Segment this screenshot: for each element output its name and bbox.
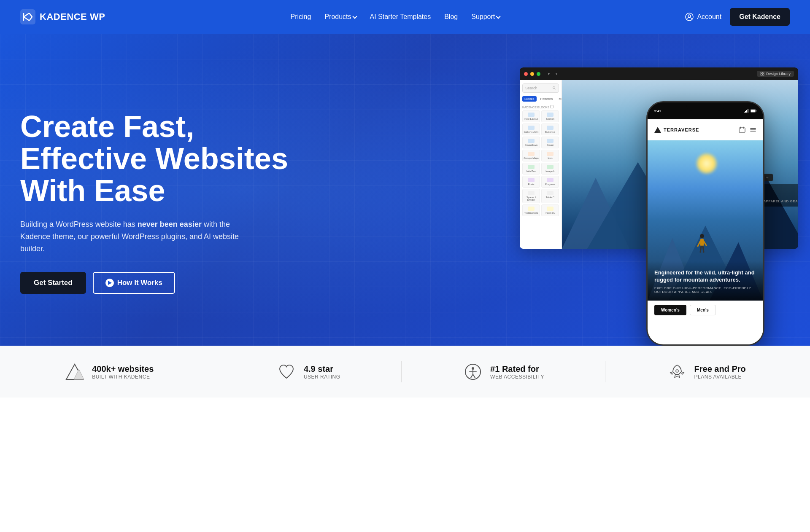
support-chevron-icon (496, 14, 501, 19)
svg-rect-4 (762, 72, 764, 74)
block-count[interactable]: Count (541, 137, 559, 148)
womens-button[interactable]: Women's (654, 305, 686, 315)
design-library-btn[interactable]: Design Library (757, 71, 794, 77)
phone-header-icons (739, 126, 756, 133)
svg-rect-6 (762, 74, 764, 76)
hero-title: Create Fast, Effective Websites With Eas… (20, 111, 299, 207)
search-icon (553, 86, 556, 90)
blocks-section-label: KADENCE BLOCKS (522, 105, 559, 109)
close-dot (524, 72, 528, 76)
svg-rect-5 (761, 74, 762, 76)
nav-products[interactable]: Products (324, 13, 356, 21)
block-icon[interactable]: Icon (541, 150, 559, 161)
logo[interactable]: KADENCE WP (20, 9, 105, 24)
stat-plans-text: Free and Pro PLANS AVAILABLE (694, 364, 746, 380)
svg-line-36 (703, 246, 704, 252)
patterns-tab[interactable]: Patterns (538, 96, 555, 102)
svg-line-35 (700, 246, 701, 252)
stat-rating-number: 4.9 star (304, 364, 340, 374)
signal-icon (744, 109, 749, 113)
svg-rect-3 (761, 72, 762, 74)
stat-websites-text: 400k+ websites BUILT WITH KADENCE (92, 364, 154, 380)
stat-accessibility-text: #1 Rated for WEB ACCESSIBILITY (490, 364, 544, 380)
blocks-grid: Row Layout Section Gallery (Adv) Bu (522, 110, 559, 216)
maximize-dot (537, 72, 540, 76)
hero-buttons: Get Started How It Works (20, 272, 299, 294)
svg-rect-16 (745, 111, 746, 113)
stat-rating: 4.9 star USER RATING (276, 361, 340, 382)
stat-plans-label: PLANS AVAILABLE (694, 374, 746, 380)
editor-search[interactable]: Search (522, 83, 559, 93)
hero-section: Create Fast, Effective Websites With Eas… (0, 34, 810, 346)
rocket-icon (669, 363, 686, 380)
svg-point-2 (688, 15, 691, 17)
block-info-box[interactable]: Info Box (522, 163, 540, 175)
block-row-layout[interactable]: Row Layout (522, 110, 540, 122)
nav-links: Pricing Products AI Starter Templates Bl… (290, 13, 500, 21)
block-progress[interactable]: Progress (541, 176, 559, 188)
block-testimonials[interactable]: Testimonials (522, 204, 540, 216)
phone-calendar-icon (739, 126, 745, 133)
nav-ai-templates[interactable]: AI Starter Templates (370, 13, 431, 21)
block-posts[interactable]: Posts (522, 176, 540, 188)
navbar: KADENCE WP Pricing Products AI Starter T… (0, 0, 810, 34)
svg-rect-9 (551, 105, 554, 108)
stat-websites-number: 400k+ websites (92, 364, 154, 374)
get-kadence-button[interactable]: Get Kadence (730, 8, 790, 26)
nav-blog[interactable]: Blog (444, 13, 458, 21)
nav-support[interactable]: Support (471, 13, 500, 21)
phone-menu-icon (750, 126, 756, 133)
stat-divider-1 (215, 361, 215, 382)
svg-point-40 (472, 367, 474, 370)
stat-plans: Free and Pro PLANS AVAILABLE (667, 361, 746, 382)
block-buttons[interactable]: Buttons ( (541, 124, 559, 135)
phone-hero-overlay: Engineered for the wild, ultra-light and… (648, 261, 763, 301)
minimize-dot (530, 72, 534, 76)
stat-accessibility-icon-wrap (462, 361, 483, 382)
products-chevron-icon (352, 14, 357, 19)
status-icons (744, 109, 756, 113)
block-image[interactable]: Image L (541, 163, 559, 175)
block-table[interactable]: Table C (541, 189, 559, 203)
svg-line-34 (704, 241, 706, 245)
media-tab[interactable]: Media (556, 96, 562, 102)
stat-websites-label: BUILT WITH KADENCE (92, 374, 154, 380)
stat-rating-text: 4.9 star USER RATING (304, 364, 340, 380)
blocks-tab[interactable]: Blocks (522, 96, 537, 102)
svg-rect-22 (739, 128, 745, 132)
account-link[interactable]: Account (685, 13, 721, 21)
block-countdown[interactable]: Countdown (522, 137, 540, 148)
how-it-works-button[interactable]: How It Works (93, 272, 175, 294)
play-icon (105, 279, 114, 287)
hero-devices: Design Library Search Blocks Patterns Me… (299, 59, 790, 346)
phone-mockup: 9:41 TERRAVERSE (646, 101, 764, 346)
block-spacer[interactable]: Spacer / Divider (522, 189, 540, 203)
block-gallery[interactable]: Gallery (Adv) (522, 124, 540, 135)
nav-pricing[interactable]: Pricing (290, 13, 311, 21)
block-section[interactable]: Section (541, 110, 559, 122)
nav-right: Account Get Kadence (685, 8, 790, 26)
phone-notch (686, 102, 724, 111)
accessibility-icon (464, 363, 481, 380)
block-google-maps[interactable]: Google Maps (522, 150, 540, 161)
stat-rating-label: USER RATING (304, 374, 340, 380)
stat-heart-icon-wrap (276, 361, 297, 382)
svg-line-43 (471, 374, 473, 378)
block-form[interactable]: Form (A (541, 204, 559, 216)
stat-accessibility-label: WEB ACCESSIBILITY (490, 374, 544, 380)
stat-websites: 400k+ websites BUILT WITH KADENCE (64, 361, 154, 382)
svg-rect-15 (744, 112, 745, 113)
svg-rect-21 (751, 110, 755, 112)
editor-sidebar: Search Blocks Patterns Media KADENCE BLO… (520, 80, 562, 249)
get-started-button[interactable]: Get Started (20, 272, 86, 294)
heart-icon (278, 364, 295, 380)
editor-tabs: Blocks Patterns Media (522, 96, 559, 102)
screenshot-top-bar: Design Library (520, 67, 798, 80)
brand-name: KADENCE WP (40, 11, 105, 22)
svg-line-33 (698, 241, 700, 246)
phone-sun (696, 153, 717, 174)
phone-screen: TERRAVERSE (648, 119, 763, 344)
mens-button[interactable]: Men's (690, 305, 716, 315)
mountain-icon (65, 363, 84, 380)
svg-line-8 (555, 89, 556, 89)
